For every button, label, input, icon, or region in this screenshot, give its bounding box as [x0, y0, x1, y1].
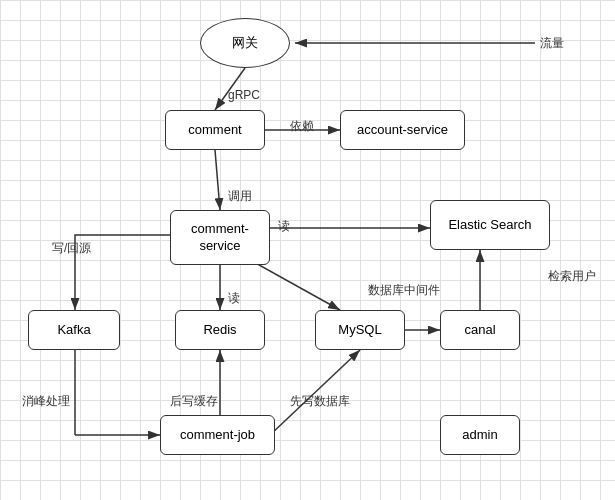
label-write-back: 写/回源: [52, 240, 91, 257]
label-search-user: 检索用户: [548, 268, 596, 285]
label-read1: 读: [278, 218, 290, 235]
node-kafka-label: Kafka: [57, 322, 90, 339]
node-comment-service-label: comment-service: [191, 221, 249, 255]
label-grpc: gRPC: [228, 88, 260, 102]
label-depend: 依赖: [290, 118, 314, 135]
node-comment-service: comment-service: [170, 210, 270, 265]
architecture-diagram: 网关 comment account-service comment-servi…: [0, 0, 615, 500]
node-comment: comment: [165, 110, 265, 150]
label-write-db-first: 先写数据库: [290, 393, 350, 410]
node-kafka: Kafka: [28, 310, 120, 350]
label-db-middleware: 数据库中间件: [368, 282, 440, 299]
node-gateway-label: 网关: [232, 35, 258, 52]
node-comment-job-label: comment-job: [180, 427, 255, 444]
node-account-service: account-service: [340, 110, 465, 150]
node-admin: admin: [440, 415, 520, 455]
node-mysql: MySQL: [315, 310, 405, 350]
node-canal-label: canal: [464, 322, 495, 339]
label-invoke: 调用: [228, 188, 252, 205]
node-elastic-search: Elastic Search: [430, 200, 550, 250]
node-account-service-label: account-service: [357, 122, 448, 139]
node-elastic-search-label: Elastic Search: [448, 217, 531, 234]
node-canal: canal: [440, 310, 520, 350]
node-comment-label: comment: [188, 122, 241, 139]
svg-line-5: [215, 150, 220, 210]
arrows-layer: [0, 0, 615, 500]
node-mysql-label: MySQL: [338, 322, 381, 339]
label-peak-shaving: 消峰处理: [22, 393, 70, 410]
node-gateway: 网关: [200, 18, 290, 68]
node-admin-label: admin: [462, 427, 497, 444]
label-read2: 读: [228, 290, 240, 307]
node-redis-label: Redis: [203, 322, 236, 339]
svg-line-8: [250, 260, 340, 310]
label-traffic: 流量: [540, 35, 564, 52]
label-write-cache: 后写缓存: [170, 393, 218, 410]
node-redis: Redis: [175, 310, 265, 350]
node-comment-job: comment-job: [160, 415, 275, 455]
